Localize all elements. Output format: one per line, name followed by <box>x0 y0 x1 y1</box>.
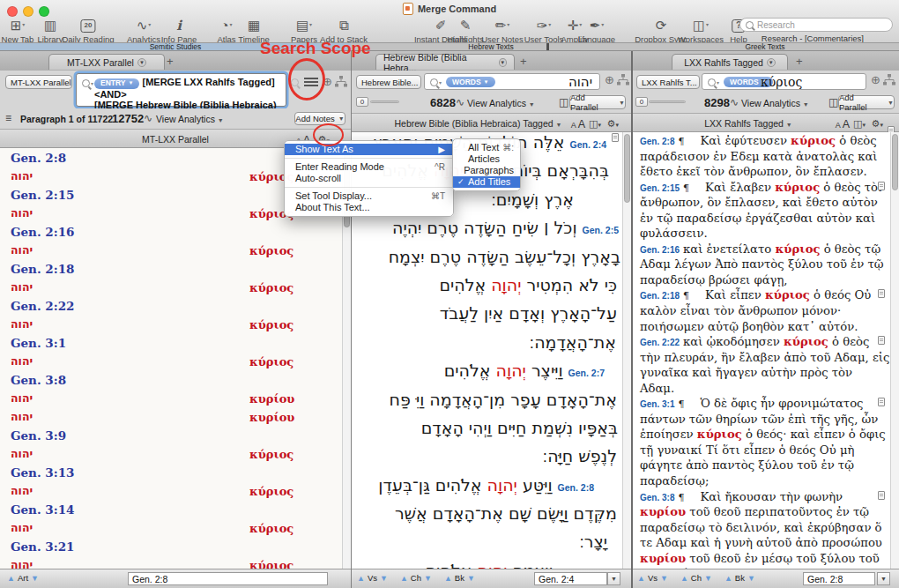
zoom-slider-track[interactable] <box>649 100 686 103</box>
user-note-icon[interactable] <box>878 398 885 406</box>
tab-mt-lxx-parallel[interactable]: MT-LXX Parallel▼ <box>48 54 165 70</box>
submenu-item-add-titles[interactable]: ✓Add Titles <box>453 176 520 188</box>
zone-header-hebrew-texts[interactable]: Hebrew Texts <box>351 42 631 51</box>
tab-dropdown-icon[interactable]: ▼ <box>137 58 146 67</box>
hebrew-hit-word[interactable]: יהוה <box>11 410 33 423</box>
zoom-slider-track[interactable] <box>370 100 399 103</box>
next-article-button[interactable]: ▼ <box>31 574 39 583</box>
new-tab-button[interactable]: + <box>796 55 803 68</box>
add-parallel-button[interactable]: Add Parallel▼ <box>838 95 895 109</box>
toolbar-item-atlas[interactable]: ◔▾Atlas <box>217 19 235 44</box>
next-verse-button[interactable]: ▼ <box>380 574 388 583</box>
user-note-icon[interactable] <box>878 491 885 500</box>
menu-item-set-tool-display[interactable]: Set Tool Display...⌘T <box>285 190 453 202</box>
user-note-icon[interactable] <box>878 289 885 298</box>
tab-lxx-rahlfs[interactable]: LXX Rahlfs Tagged▼ <box>672 54 788 70</box>
hebrew-hit-word[interactable]: יהוה <box>11 206 33 220</box>
hit-word[interactable]: κύριος <box>697 428 742 441</box>
greek-hit-word[interactable]: κύριος <box>249 355 293 368</box>
verse-ref[interactable]: Gen. 3:21 <box>11 540 75 554</box>
hebrew-hit-word[interactable]: יהוה <box>11 391 33 405</box>
verse-ref[interactable]: Gen. 2:5 <box>583 225 619 235</box>
left-go-to-field[interactable]: Gen. 2:8 <box>128 572 328 585</box>
verse-ref[interactable]: Gen. 3:14 <box>11 502 75 517</box>
zone-divider-grip[interactable] <box>546 43 549 50</box>
view-analytics-button[interactable]: View Analytics ▼ <box>741 98 809 108</box>
next-book-button[interactable]: ▼ <box>467 574 475 583</box>
middle-search-box[interactable]: ▾ WORDS▼ יהוה <box>424 73 600 90</box>
right-scrollbar[interactable] <box>890 132 899 569</box>
toolbar-item-user-notes[interactable]: ✏▾User Notes <box>481 19 524 44</box>
hit-word[interactable]: κύριος <box>784 335 828 348</box>
text-display-icon[interactable]: ◫▾ <box>853 118 866 130</box>
hebrew-hit-word[interactable]: יהוה <box>11 558 33 569</box>
prev-book-button[interactable]: ▲ <box>444 574 452 583</box>
greek-hit-word[interactable]: κύριος <box>249 281 293 294</box>
entry-scope-pill[interactable]: ENTRY▼ <box>94 78 139 89</box>
view-analytics-button[interactable]: View Analytics ▼ <box>467 98 535 108</box>
toolbar-item-highlights[interactable]: ✎Highlights <box>447 19 484 44</box>
verse-ref[interactable]: Gen. 2:8 <box>558 482 594 493</box>
zone-header-greek-texts[interactable]: Greek Texts <box>631 42 899 51</box>
close-window-button[interactable] <box>7 6 18 17</box>
verse-ref[interactable]: Gen. 3:13 <box>11 465 75 480</box>
research-input[interactable]: Research <box>739 18 893 32</box>
hebrew-hit-word[interactable]: יהוה <box>11 521 33 534</box>
maximize-window-button[interactable] <box>39 6 49 17</box>
next-chapter-button[interactable]: ▼ <box>424 574 432 583</box>
verse-ref[interactable]: Gen. 3:1 <box>640 399 674 409</box>
toolbar-item-language[interactable]: ✒▾Language <box>578 19 615 44</box>
prev-chapter-button[interactable]: ▲ <box>400 574 408 583</box>
greek-hit-word[interactable]: κύριος <box>249 559 293 569</box>
greek-hit-word[interactable]: κυρίου <box>249 411 294 424</box>
words-scope-pill[interactable]: WORDS▼ <box>446 77 495 87</box>
greek-hit-word[interactable]: κυρίου <box>249 392 294 406</box>
tab-hebrew-bible[interactable]: Hebrew Bible (Biblia Hebra...▼ <box>375 54 515 70</box>
search-field-magnifier-icon[interactable]: ▾ <box>82 79 93 87</box>
verse-ref[interactable]: Gen. 2:8 <box>640 137 674 146</box>
right-module-dropdown[interactable]: LXX Rahlfs T...▼ <box>636 75 700 89</box>
toolbar-item-analytics[interactable]: ∿▾Analytics <box>127 19 160 44</box>
middle-search-query[interactable]: יהוה <box>568 74 592 90</box>
tab-dropdown-icon[interactable]: ▼ <box>499 58 508 67</box>
prev-article-button[interactable]: ▲ <box>7 574 15 583</box>
tab-dropdown-icon[interactable]: ▼ <box>767 58 776 67</box>
next-verse-button[interactable]: ▼ <box>660 574 668 583</box>
left-module-dropdown[interactable]: MT-LXX Parallel▼ <box>5 75 72 89</box>
hit-word[interactable]: יְהוָה <box>491 275 521 294</box>
verse-ref[interactable]: Gen. 3:9 <box>11 428 66 443</box>
greek-hit-word[interactable]: κύριος <box>249 318 293 331</box>
toolbar-item-daily-reading[interactable]: 20Daily Reading <box>62 19 114 44</box>
hits-list-icon[interactable]: ≡ <box>5 112 11 124</box>
verse-ref[interactable]: Gen. 2:18 <box>640 291 680 301</box>
hit-word[interactable]: κυρίου <box>640 505 686 518</box>
verse-ref[interactable]: Gen. 2:7 <box>568 368 605 378</box>
menu-item-about-this-text[interactable]: About This Text... <box>285 202 453 213</box>
search-field-magnifier-icon[interactable]: ▾ <box>708 78 719 86</box>
go-to-history-dropdown[interactable]: ▼ <box>877 572 890 585</box>
browser-tree-icon[interactable] <box>883 74 895 88</box>
submenu-item-paragraphs[interactable]: Paragraphs <box>453 165 520 176</box>
middle-scrollbar-thumb[interactable] <box>624 134 630 203</box>
hebrew-hit-word[interactable]: יהוה <box>11 447 33 460</box>
zoom-slider-value[interactable]: 0 <box>635 97 648 107</box>
browser-tree-icon[interactable] <box>617 74 629 88</box>
hebrew-hit-word[interactable]: יהוה <box>11 484 33 497</box>
next-chapter-button[interactable]: ▼ <box>704 574 712 583</box>
middle-go-to-field[interactable]: Gen. 2:4 <box>534 572 607 585</box>
toolbar-item-new-tab[interactable]: ⊞▾New Tab <box>2 19 34 44</box>
new-tab-button[interactable]: + <box>520 55 527 68</box>
hebrew-hit-word[interactable]: יהוה <box>11 354 33 368</box>
verse-ref[interactable]: Gen. 2:8 <box>11 151 66 165</box>
add-search-field-icon[interactable]: ⊕ <box>871 74 880 86</box>
menu-item-enter-reading-mode[interactable]: Enter Reading Mode^R <box>285 161 453 173</box>
verse-ref[interactable]: Gen. 2:15 <box>11 188 75 202</box>
greek-hit-word[interactable]: κύριος <box>249 522 293 535</box>
hebrew-hit-word[interactable]: יהוה <box>11 317 33 331</box>
hit-word[interactable]: κύριος <box>775 242 820 256</box>
hebrew-hit-word[interactable]: יהוה <box>11 169 33 182</box>
new-tab-button[interactable]: + <box>167 55 174 68</box>
middle-module-dropdown[interactable]: Hebrew Bible...▼ <box>356 75 421 89</box>
verse-ref[interactable]: Gen. 3:8 <box>640 493 674 502</box>
toolbar-item-user-tools[interactable]: ✑▾User Tools <box>524 19 564 44</box>
